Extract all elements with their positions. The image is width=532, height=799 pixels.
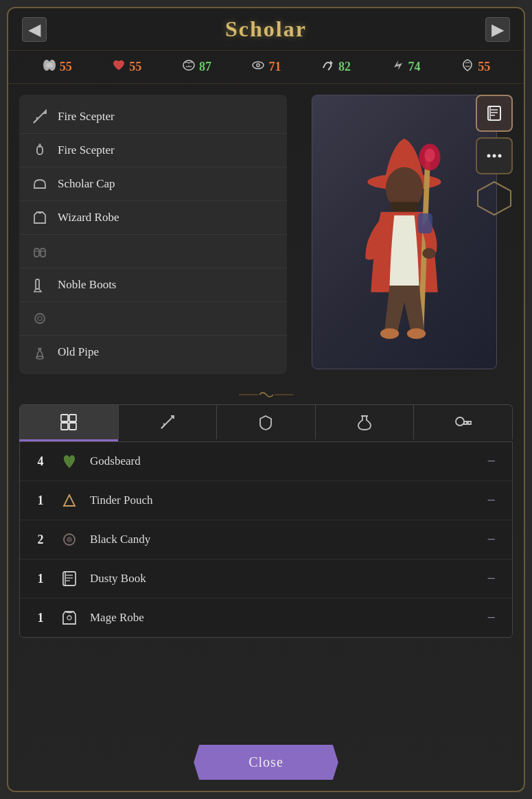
magerobe-qty: 1 (31, 611, 50, 625)
svg-rect-10 (34, 248, 39, 257)
header: ◀ Scholar ▶ (8, 8, 524, 51)
tab-keys[interactable] (414, 405, 512, 439)
svg-marker-35 (478, 182, 511, 215)
inv-item-candy[interactable]: 2 Black Candy − (20, 520, 512, 559)
tinder-name: Tinder Pouch (90, 494, 482, 507)
godsbeard-icon (58, 450, 80, 472)
character-portrait (312, 95, 497, 369)
health-icon (111, 58, 126, 76)
inv-item-magerobe[interactable]: 1 Mage Robe − (20, 599, 512, 637)
stat-mind: 87 (181, 58, 211, 76)
svg-rect-11 (41, 248, 45, 257)
divider (8, 385, 524, 404)
svg-rect-8 (38, 143, 41, 148)
svg-point-22 (424, 148, 435, 161)
stat-luck: 55 (460, 58, 490, 76)
svg-point-52 (67, 616, 71, 620)
candy-name: Black Candy (90, 533, 482, 546)
equip-feet-name: Noble Boots (58, 278, 116, 292)
svg-rect-38 (61, 415, 68, 421)
luck-value: 55 (478, 60, 490, 74)
weapon1-icon (30, 107, 49, 126)
stat-speed: 74 (391, 58, 421, 76)
strength-icon (42, 58, 57, 76)
book-name: Dusty Book (90, 572, 482, 586)
feet-icon (30, 275, 49, 294)
svg-rect-39 (69, 415, 76, 421)
svg-point-33 (493, 154, 496, 158)
svg-point-46 (67, 537, 72, 542)
page-title: Scholar (225, 16, 307, 42)
equip-body-name: Wizard Robe (58, 211, 119, 224)
godsbeard-qty: 4 (31, 454, 50, 469)
mind-icon (181, 58, 196, 76)
godsbeard-remove[interactable]: − (482, 452, 501, 470)
inventory-tab-bar (19, 404, 513, 439)
svg-point-32 (487, 154, 491, 158)
svg-rect-26 (417, 213, 432, 233)
equip-head-name: Scholar Cap (58, 177, 115, 191)
speed-icon (391, 58, 406, 76)
portrait-area (295, 95, 513, 374)
tab-all[interactable] (20, 405, 119, 439)
character-svg (329, 105, 480, 359)
tab-weapons[interactable] (119, 405, 218, 439)
candy-icon (58, 529, 80, 551)
tinder-remove[interactable]: − (482, 491, 501, 509)
svg-point-15 (35, 314, 45, 323)
svg-point-43 (456, 417, 464, 426)
inv-item-book[interactable]: 1 Dusty Book − (20, 559, 512, 599)
health-value: 55 (129, 60, 141, 74)
equip-weapon2[interactable]: Fire Scepter (19, 134, 287, 167)
side-buttons (476, 95, 513, 217)
agility-icon (321, 58, 336, 76)
main-panel: ◀ Scholar ▶ 55 55 (7, 7, 525, 792)
stat-perception: 71 (251, 58, 281, 76)
nav-right-button[interactable]: ▶ (485, 17, 510, 42)
tab-armor[interactable] (217, 405, 316, 439)
perception-value: 71 (268, 60, 281, 74)
close-section: Close (8, 734, 524, 791)
svg-point-16 (38, 316, 42, 321)
head-icon (30, 174, 49, 194)
body-icon (30, 208, 49, 227)
magerobe-remove[interactable]: − (482, 609, 501, 627)
equip-trinket-name: Old Pipe (58, 345, 99, 359)
equip-head[interactable]: Scholar Cap (19, 167, 287, 201)
tinder-qty: 1 (31, 494, 50, 508)
book-button[interactable] (476, 95, 513, 132)
agility-value: 82 (338, 60, 351, 74)
luck-icon (460, 58, 475, 76)
inv-item-tinder[interactable]: 1 Tinder Pouch − (20, 481, 512, 520)
equip-body[interactable]: Wizard Robe (19, 201, 287, 235)
godsbeard-name: Godsbeard (90, 454, 482, 468)
svg-point-6 (257, 65, 259, 67)
equip-trinket[interactable]: Old Pipe (19, 336, 287, 369)
nav-left-button[interactable]: ◀ (22, 17, 47, 42)
equip-weapon1-name: Fire Scepter (58, 110, 115, 124)
content-area: Fire Scepter Fire Scepter Scholar Cap Wi… (8, 84, 524, 385)
equip-feet[interactable]: Noble Boots (19, 268, 287, 302)
candy-remove[interactable]: − (482, 531, 501, 548)
magerobe-name: Mage Robe (90, 611, 482, 625)
stats-bar: 55 55 87 (8, 51, 524, 84)
svg-rect-41 (69, 423, 76, 430)
perception-icon (251, 58, 266, 76)
equip-ring[interactable] (19, 302, 287, 336)
stat-strength: 55 (42, 58, 72, 76)
weapon2-icon (30, 141, 49, 160)
book-icon (58, 568, 80, 590)
tab-potions[interactable] (316, 405, 415, 439)
close-button[interactable]: Close (194, 745, 338, 780)
more-button[interactable] (476, 137, 513, 174)
svg-point-24 (380, 328, 398, 339)
trinket-icon (30, 343, 49, 362)
equip-hands[interactable] (19, 235, 287, 268)
equip-weapon1[interactable]: Fire Scepter (19, 100, 287, 134)
hex-button[interactable] (476, 180, 513, 217)
book-remove[interactable]: − (482, 570, 501, 588)
svg-rect-14 (36, 279, 39, 289)
ring-icon (30, 309, 49, 328)
svg-point-23 (422, 248, 435, 259)
inv-item-godsbeard[interactable]: 4 Godsbeard − (20, 442, 512, 481)
